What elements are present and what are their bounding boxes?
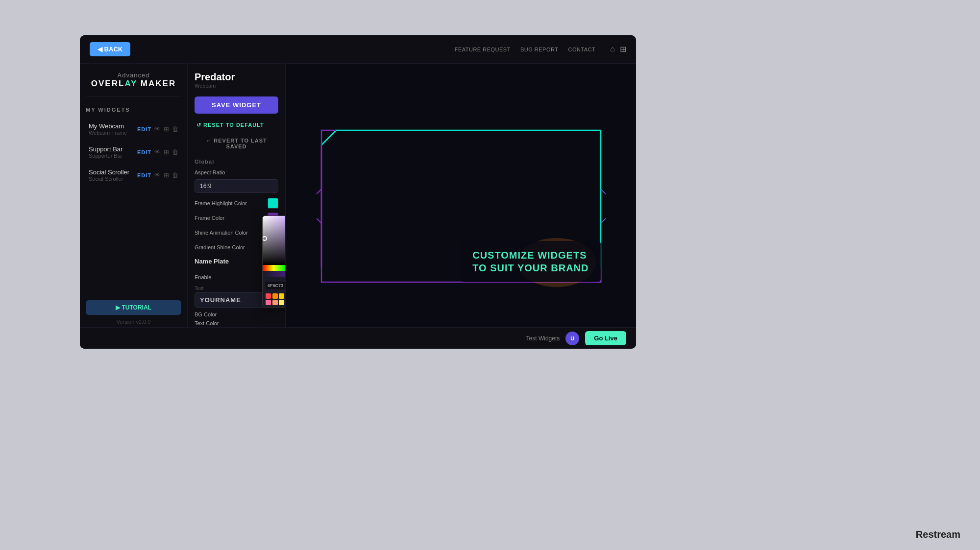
content-area: Predator Webcam SAVE WIDGET ↺ RESET TO D… [188,64,636,349]
version-text: Version v2.0.0 [117,319,151,325]
logo-ay: AY [124,79,137,88]
save-widget-button[interactable]: SAVE WIDGET [195,96,278,114]
swatch-red[interactable] [266,293,271,299]
logo-main: OVERLAY MAKER [86,79,181,89]
bg-color-field: BG Color [195,311,278,317]
preview-area: CUSTOMIZE WIDGETS TO SUIT YOUR BRAND [286,64,636,349]
aspect-ratio-label: Aspect Ratio [195,169,225,175]
top-bar: ◀ BACK FEATURE REQUEST BUG REPORT CONTAC… [80,35,636,64]
widget-type-label: Webcam [195,83,278,89]
delete-social-icon[interactable]: 🗑 [172,171,178,179]
go-live-button[interactable]: Go Live [585,331,626,345]
widget-name-support: Support Bar [89,145,122,153]
logo-maker: MAKER [137,79,176,88]
test-widgets-label: Test Widgets [526,335,560,342]
swatch-peach[interactable] [272,300,278,305]
contact-link[interactable]: CONTACT [568,47,595,52]
color-gradient-area[interactable] [263,216,286,265]
hex-value[interactable]: 6F6C73 [266,282,285,289]
widget-sub-support: Supporter Bar [89,153,122,159]
copy-webcam-icon[interactable]: ⊞ [164,125,169,133]
aspect-ratio-select[interactable]: 16:9 4:3 1:1 [195,179,278,193]
aspect-ratio-field: Aspect Ratio [195,169,278,175]
copy-support-icon[interactable]: ⊞ [164,148,169,156]
sidebar-item-support-bar[interactable]: Support Bar Supporter Bar EDIT 👁 ⊞ 🗑 [86,142,181,163]
reset-to-default-button[interactable]: ↺ RESET TO DEFAULT [195,119,278,132]
bg-color-label: BG Color [195,311,217,317]
eye-social-icon[interactable]: 👁 [154,171,161,179]
widget-sub-webcam: Webcam Frame [89,130,127,136]
frame-highlight-label: Frame Highlight Color [195,200,247,206]
top-right-icons: ⌂ ⊞ [610,45,626,54]
settings-icon[interactable]: ⊞ [620,45,626,54]
edit-support-button[interactable]: EDIT [137,149,151,155]
color-values-row: 6F6C73 111 108 115 100 [263,280,286,291]
widget-title-area: Predator Webcam [195,72,278,89]
promo-line2: TO SUIT YOUR BRAND [472,262,588,274]
swatch-lightyellow[interactable] [279,300,284,305]
swatch-orange[interactable] [272,293,278,299]
widgets-section-title: MY WIDGETS [86,107,181,113]
nameplate-title: Name Plate [195,258,229,265]
text-color-field: Text Color [195,320,278,326]
global-section-title: Global [195,159,278,165]
color-swatches-grid [263,291,286,307]
main-layout: Advanced OVERLAY MAKER MY WIDGETS My Web… [80,64,636,349]
restream-watermark: Restream [916,529,960,540]
enable-label: Enable [195,274,211,280]
swatch-yellow[interactable] [279,293,284,299]
promo-banner: CUSTOMIZE WIDGETS TO SUIT YOUR BRAND [461,241,600,282]
delete-webcam-icon[interactable]: 🗑 [172,125,178,133]
user-avatar[interactable]: U [565,332,579,345]
widget-name-webcam: My Webcam [89,122,127,130]
color-picker-cursor [262,236,267,241]
widget-sub-social: Social Scroller [89,176,129,182]
settings-panel: Predator Webcam SAVE WIDGET ↺ RESET TO D… [188,64,286,349]
frame-highlight-color-swatch[interactable] [268,198,278,209]
webcam-frame: CUSTOMIZE WIDGETS TO SUIT YOUR BRAND [317,125,606,287]
eye-webcam-icon[interactable]: 👁 [154,125,161,133]
widget-main-title: Predator [195,72,278,83]
text-color-label: Text Color [195,320,219,326]
edit-webcam-button[interactable]: EDIT [137,126,151,132]
revert-to-last-saved-button[interactable]: ← REVERT TO LAST SAVED [195,134,278,153]
copy-social-icon[interactable]: ⊞ [164,171,169,179]
top-right-links: FEATURE REQUEST BUG REPORT CONTACT ⌂ ⊞ [455,45,626,54]
eye-support-icon[interactable]: 👁 [154,148,161,156]
gradient-shine-label: Gradient Shine Color [195,244,245,250]
widget-name-social: Social Scroller [89,168,129,176]
frame-color-label: Frame Color [195,215,224,221]
edit-social-button[interactable]: EDIT [137,172,151,178]
sidebar: Advanced OVERLAY MAKER MY WIDGETS My Web… [80,64,188,349]
shine-color-label: Shine Animation Color [195,230,248,236]
bug-report-link[interactable]: BUG REPORT [520,47,559,52]
feature-request-link[interactable]: FEATURE REQUEST [455,47,511,52]
home-icon[interactable]: ⌂ [610,45,615,54]
hue-strip[interactable] [263,265,286,271]
swatch-pink[interactable] [266,300,271,305]
opacity-strip[interactable] [263,271,286,277]
delete-support-icon[interactable]: 🗑 [172,148,178,156]
tutorial-button[interactable]: ▶ TUTORIAL [86,300,181,315]
sidebar-item-my-webcam[interactable]: My Webcam Webcam Frame EDIT 👁 ⊞ 🗑 [86,119,181,140]
frame-highlight-field: Frame Highlight Color [195,198,278,209]
sidebar-item-social-scroller[interactable]: Social Scroller Social Scroller EDIT 👁 ⊞… [86,165,181,186]
logo-advanced-text: Advanced [86,72,181,79]
logo-overlay: OVERL [91,79,125,88]
bottom-bar: Test Widgets U Go Live [80,327,636,349]
promo-line1: CUSTOMIZE WIDGETS [472,249,588,262]
back-button[interactable]: ◀ BACK [90,42,130,56]
logo-area: Advanced OVERLAY MAKER [86,72,181,97]
color-picker-popup: 6F6C73 111 108 115 100 [262,215,286,308]
app-container: ◀ BACK FEATURE REQUEST BUG REPORT CONTAC… [80,35,636,349]
